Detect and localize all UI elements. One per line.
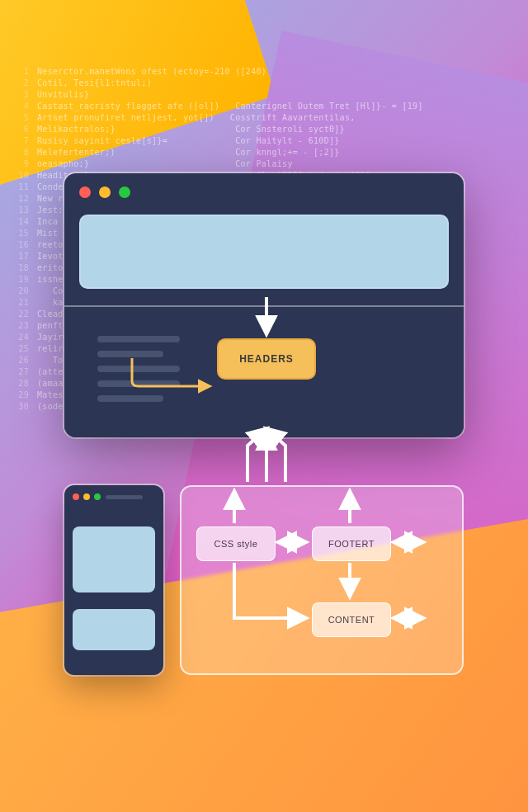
browser-header-area <box>79 215 449 289</box>
headers-node: HEADERS <box>217 338 316 380</box>
traffic-red-icon <box>79 186 91 198</box>
traffic-red-icon <box>73 493 79 500</box>
mobile-content-box <box>73 609 155 650</box>
content-node: CONTENT <box>312 602 391 637</box>
traffic-yellow-icon <box>83 493 90 500</box>
mobile-window <box>64 485 163 675</box>
placeholder-line <box>97 336 180 342</box>
traffic-green-icon <box>94 493 101 500</box>
footer-node: FOOTERT <box>312 526 391 561</box>
browser-body-panel: HEADERS <box>64 305 464 437</box>
placeholder-line <box>97 380 180 387</box>
traffic-yellow-icon <box>99 186 111 198</box>
mobile-traffic-lights <box>73 493 101 500</box>
placeholder-line <box>97 366 180 372</box>
mobile-title-placeholder <box>106 495 143 499</box>
window-traffic-lights <box>79 186 130 198</box>
browser-window: HEADERS <box>64 173 464 437</box>
mobile-content-box <box>73 526 155 592</box>
css-style-node: CSS style <box>196 526 276 561</box>
traffic-green-icon <box>119 186 130 198</box>
placeholder-line <box>97 395 163 402</box>
placeholder-line <box>97 351 163 357</box>
flow-panel: CSS style FOOTERT CONTENT <box>180 485 464 675</box>
text-placeholder-lines <box>97 336 180 402</box>
